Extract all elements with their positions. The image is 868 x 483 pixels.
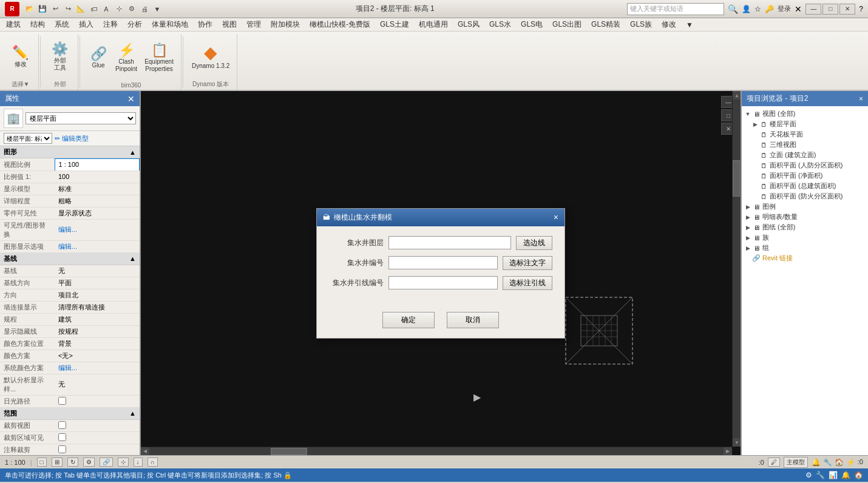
modify-btn[interactable]: ✏️ 修改 xyxy=(8,45,33,69)
section-graphics[interactable]: 图形 ▲ xyxy=(0,146,140,158)
star-icon[interactable]: ☆ xyxy=(754,5,761,13)
status-marker-btn[interactable]: ⊹ xyxy=(118,458,129,467)
menu-ganskuai-free[interactable]: 橄榄山快模-免费版 xyxy=(305,18,375,31)
modal-confirm-btn[interactable]: 确定 xyxy=(382,312,435,328)
tree-item-area4[interactable]: 🗒 面积平面 (防火分区面积) xyxy=(742,191,868,201)
status-model-btn[interactable]: 主模型 xyxy=(784,457,808,468)
bottom-icon-3[interactable]: 📊 xyxy=(829,471,838,479)
menu-hezuo[interactable]: 协作 xyxy=(193,18,217,31)
status-square-btn[interactable]: □ xyxy=(37,458,47,467)
tree-item-area3[interactable]: 🗒 面积平面 (总建筑面积) xyxy=(742,181,868,191)
login-label[interactable]: 登录 xyxy=(778,4,791,13)
menu-gls-chutou[interactable]: GLS出图 xyxy=(548,18,586,31)
edit-type-btn[interactable]: ✏ 编辑类型 xyxy=(55,134,89,143)
menu-shitu[interactable]: 视图 xyxy=(217,18,242,31)
select-edge-btn[interactable]: 选边线 xyxy=(516,236,552,250)
menu-gls-zu[interactable]: GLS族 xyxy=(625,18,657,31)
glue-btn[interactable]: 🔗 Glue xyxy=(86,46,110,70)
help-btn[interactable]: ? xyxy=(859,5,863,13)
properties-close-btn[interactable]: ✕ xyxy=(127,94,135,104)
menu-fenxi[interactable]: 分析 xyxy=(123,18,147,31)
menu-dropdown[interactable]: ▼ xyxy=(681,19,698,30)
settings-icon[interactable]: ⚙ xyxy=(126,4,137,15)
tree-item-elevation[interactable]: 🗒 立面 (建筑立面) xyxy=(742,150,868,160)
collaborate-icon[interactable]: 👤 xyxy=(742,5,751,13)
tree-item-ceiling[interactable]: 🗒 天花板平面 xyxy=(742,129,868,140)
bottom-icon-1[interactable]: ⚙ xyxy=(805,471,812,479)
tree-item-sheets[interactable]: ▶ 🖥 图纸 (全部) xyxy=(742,222,868,232)
minimize-btn[interactable]: — xyxy=(805,4,821,15)
prop-value-vgr[interactable]: 编辑... xyxy=(55,219,140,240)
tree-item-groups[interactable]: ▶ 🖥 组 xyxy=(742,243,868,253)
tree-item-3d[interactable]: 🗒 三维视图 xyxy=(742,140,868,150)
save-icon[interactable]: 💾 xyxy=(37,4,48,15)
status-input-btn[interactable]: 🖊 xyxy=(768,458,780,467)
external-tools-btn[interactable]: ⚙️ 外部工具 xyxy=(48,41,72,73)
redo-icon[interactable]: ↪ xyxy=(63,4,73,15)
menu-gls-diantong[interactable]: 机电通用 xyxy=(414,18,453,31)
notif-icon[interactable]: 🔔 xyxy=(812,458,821,467)
dynamo-btn[interactable]: ◆ Dynamo 1.3.2 xyxy=(189,43,232,71)
dropdown-icon[interactable]: ▼ xyxy=(152,4,163,15)
ribbon-group-select-label[interactable]: 选择▼ xyxy=(12,80,30,89)
project-browser-close-btn[interactable]: × xyxy=(859,95,863,103)
status-link-btn[interactable]: 🔗 xyxy=(100,458,113,467)
measure-icon[interactable]: 📐 xyxy=(75,4,86,15)
prop-value-sunpath[interactable] xyxy=(55,395,140,407)
prop-value-viewscale[interactable]: 1 : 100 xyxy=(55,159,140,171)
floor-dropdown[interactable]: 楼层平面: 标高 1 xyxy=(4,133,52,144)
menu-charu[interactable]: 插入 xyxy=(74,18,98,31)
status-more-btn[interactable]: ↓ xyxy=(134,458,143,467)
tree-item-families[interactable]: ▶ 🖥 族 xyxy=(742,232,868,243)
tree-item-floor-plan[interactable]: ▶ 🗒 楼层平面 xyxy=(742,119,868,129)
user-icon[interactable]: 🔑 xyxy=(765,5,774,13)
prop-value-gdo[interactable]: 编辑... xyxy=(55,240,140,252)
tag-icon[interactable]: 🏷 xyxy=(88,4,99,15)
menu-gls-shui[interactable]: GLS水 xyxy=(484,18,516,31)
prop-value-cropregion[interactable] xyxy=(55,431,140,444)
modal-input-number[interactable] xyxy=(388,256,498,269)
annotcrop-checkbox[interactable] xyxy=(58,445,66,453)
open-icon[interactable]: 📂 xyxy=(24,4,35,15)
tree-item-area2[interactable]: 🗒 面积平面 (净面积) xyxy=(742,171,868,181)
bolt-icon[interactable]: ⚡ xyxy=(846,458,855,467)
tree-item-revit-links[interactable]: 🔗 Revit 链接 xyxy=(742,253,868,263)
maximize-btn[interactable]: □ xyxy=(822,4,838,15)
status-refresh-btn[interactable]: ↻ xyxy=(67,458,78,467)
bottom-icon-5[interactable]: 🏠 xyxy=(854,471,863,479)
bottom-icon-4[interactable]: 🔔 xyxy=(841,471,850,479)
cropregion-checkbox[interactable] xyxy=(58,433,66,441)
menu-xitong[interactable]: 系统 xyxy=(50,18,74,31)
equipment-properties-btn[interactable]: 📋 EquipmentProperties xyxy=(142,42,176,74)
text-icon[interactable]: A xyxy=(101,4,112,15)
status-settings-btn[interactable]: ⚙ xyxy=(83,458,95,467)
menu-jiegou[interactable]: 结构 xyxy=(25,18,50,31)
close-btn[interactable]: ✕ xyxy=(839,4,855,15)
home-icon[interactable]: 🏠 xyxy=(835,458,844,467)
prop-value-cropview[interactable] xyxy=(55,420,140,432)
status-icon2[interactable]: ∩ xyxy=(147,458,158,467)
menu-gls-feng[interactable]: GLS风 xyxy=(453,18,484,31)
menu-tichang[interactable]: 体量和场地 xyxy=(147,18,193,31)
menu-guanli[interactable]: 管理 xyxy=(242,18,266,31)
undo-icon[interactable]: ↩ xyxy=(50,4,61,15)
close-x-icon[interactable]: ✕ xyxy=(795,4,802,14)
clash-pinpoint-btn[interactable]: ⚡ ClashPinpoint xyxy=(113,42,140,74)
tree-item-schedules[interactable]: ▶ 🖥 明细表/数量 xyxy=(742,212,868,222)
print-icon[interactable]: 🖨 xyxy=(139,4,150,15)
tree-item-area1[interactable]: 🗒 面积平面 (人防分区面积) xyxy=(742,160,868,171)
tree-item-views[interactable]: ▼ 🖥 视图 (全部) xyxy=(742,109,868,119)
modal-input-lead[interactable] xyxy=(388,276,498,289)
menu-fujia[interactable]: 附加模块 xyxy=(266,18,305,31)
menu-gls-dian[interactable]: GLS电 xyxy=(516,18,548,31)
status-grid-btn[interactable]: ⊞ xyxy=(52,458,63,467)
prop-value-syscolor[interactable]: 编辑... xyxy=(55,362,140,374)
tools-icon[interactable]: 🔧 xyxy=(823,458,832,467)
modal-cancel-btn[interactable]: 取消 xyxy=(447,312,499,328)
modal-input-layer[interactable] xyxy=(388,236,511,249)
type-dropdown[interactable]: 楼层平面 xyxy=(25,112,136,124)
section-baseline[interactable]: 基线 ▲ xyxy=(0,253,140,265)
menu-xiugai[interactable]: 修改 xyxy=(657,18,681,31)
select-annotation-btn[interactable]: 选标注文字 xyxy=(503,256,552,270)
dimension-icon[interactable]: ⊹ xyxy=(114,4,124,15)
